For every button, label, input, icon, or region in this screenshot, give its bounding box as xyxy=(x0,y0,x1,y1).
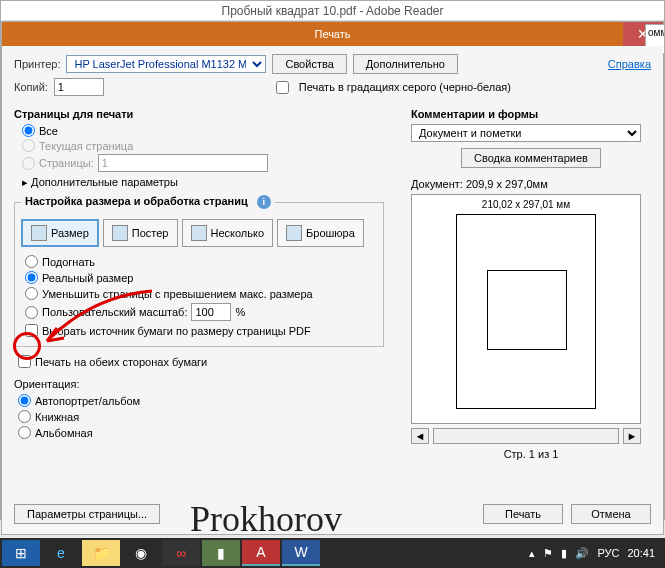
print-button[interactable]: Печать xyxy=(483,504,563,524)
grayscale-label: Печать в градациях серого (черно-белая) xyxy=(299,81,511,93)
shrink-radio[interactable] xyxy=(25,287,38,300)
sizing-fieldset: Настройка размера и обработка страниц i … xyxy=(14,195,384,347)
duplex-label: Печать на обеих сторонах бумаги xyxy=(35,356,207,368)
print-dialog: Печать ✕ омм Принтер: HP LaserJet Profes… xyxy=(1,21,664,535)
print-preview: 210,02 x 297,01 мм xyxy=(411,194,641,424)
copies-label: Копий: xyxy=(14,81,48,93)
preview-scrollbar[interactable] xyxy=(433,428,619,444)
percent-label: % xyxy=(235,306,245,318)
copies-input[interactable] xyxy=(54,78,104,96)
orient-portrait-radio[interactable] xyxy=(18,410,31,423)
size-mode-button[interactable]: Размер xyxy=(21,219,99,247)
dialog-titlebar[interactable]: Печать ✕ xyxy=(2,22,663,46)
tray-lang[interactable]: РУС xyxy=(597,547,619,559)
dialog-title-text: Печать xyxy=(314,28,350,40)
poster-mode-button[interactable]: Постер xyxy=(103,219,178,247)
preview-next-button[interactable]: ► xyxy=(623,428,641,444)
pages-current-label: Текущая страница xyxy=(39,140,133,152)
preview-content xyxy=(487,270,567,350)
paper-source-checkbox[interactable] xyxy=(25,324,38,337)
grayscale-checkbox[interactable] xyxy=(276,81,289,94)
custom-scale-label: Пользовательский масштаб: xyxy=(42,306,187,318)
help-link[interactable]: Справка xyxy=(608,58,651,70)
comments-title: Комментарии и формы xyxy=(411,108,651,120)
pages-group-title: Страницы для печати xyxy=(14,108,384,120)
help-icon[interactable]: i xyxy=(257,195,271,209)
sizing-title: Настройка размера и обработка страниц xyxy=(25,195,248,207)
summary-button[interactable]: Сводка комментариев xyxy=(461,148,601,168)
paper-source-label: Выбрать источник бумаги по размеру стран… xyxy=(42,325,311,337)
orientation-title: Ориентация: xyxy=(14,378,384,390)
taskbar-chrome-icon[interactable]: ◉ xyxy=(122,540,160,566)
preview-prev-button[interactable]: ◄ xyxy=(411,428,429,444)
tray-up-icon[interactable]: ▴ xyxy=(529,547,535,560)
multiple-mode-button[interactable]: Несколько xyxy=(182,219,274,247)
more-options-expander[interactable]: ▸ Дополнительные параметры xyxy=(22,176,384,189)
orient-auto-radio[interactable] xyxy=(18,394,31,407)
shrink-label: Уменьшить страницы с превышением макс. р… xyxy=(42,288,313,300)
properties-button[interactable]: Свойства xyxy=(272,54,346,74)
orient-portrait-label: Книжная xyxy=(35,411,79,423)
preview-page xyxy=(456,214,596,409)
system-tray[interactable]: ▴ ⚑ ▮ 🔊 РУС 20:41 xyxy=(529,547,663,560)
fit-radio[interactable] xyxy=(25,255,38,268)
taskbar-reader-icon[interactable]: A xyxy=(242,540,280,566)
tray-network-icon[interactable]: ▮ xyxy=(561,547,567,560)
doc-size-label: Документ: 209,9 x 297,0мм xyxy=(411,178,651,190)
taskbar[interactable]: ⊞ e 📁 ◉ ∞ ▮ A W ▴ ⚑ ▮ 🔊 РУС 20:41 xyxy=(0,538,665,568)
taskbar-explorer-icon[interactable]: 📁 xyxy=(82,540,120,566)
custom-scale-radio[interactable] xyxy=(25,306,38,319)
booklet-mode-button[interactable]: Брошюра xyxy=(277,219,364,247)
fit-label: Подогнать xyxy=(42,256,95,268)
advanced-button[interactable]: Дополнительно xyxy=(353,54,458,74)
taskbar-word-icon[interactable]: W xyxy=(282,540,320,566)
app-titlebar: Пробный квадрат 10.pdf - Adobe Reader xyxy=(1,1,664,21)
booklet-icon xyxy=(286,225,302,241)
multiple-icon xyxy=(191,225,207,241)
pages-current-radio xyxy=(22,139,35,152)
printer-label: Принтер: xyxy=(14,58,60,70)
actual-size-radio[interactable] xyxy=(25,271,38,284)
pages-range-input[interactable] xyxy=(98,154,268,172)
page-counter: Стр. 1 из 1 xyxy=(411,448,651,460)
taskbar-ie-icon[interactable]: e xyxy=(42,540,80,566)
size-icon xyxy=(31,225,47,241)
poster-icon xyxy=(112,225,128,241)
tray-time[interactable]: 20:41 xyxy=(627,547,655,559)
custom-scale-input[interactable] xyxy=(191,303,231,321)
orient-landscape-radio[interactable] xyxy=(18,426,31,439)
actual-size-label: Реальный размер xyxy=(42,272,133,284)
pages-all-radio[interactable] xyxy=(22,124,35,137)
comments-select[interactable]: Документ и пометки xyxy=(411,124,641,142)
cancel-button[interactable]: Отмена xyxy=(571,504,651,524)
start-button[interactable]: ⊞ xyxy=(2,540,40,566)
duplex-checkbox[interactable] xyxy=(18,355,31,368)
preview-page-size: 210,02 x 297,01 мм xyxy=(482,199,570,210)
taskbar-cc-icon[interactable]: ∞ xyxy=(162,540,200,566)
page-setup-button[interactable]: Параметры страницы... xyxy=(14,504,160,524)
pages-range-label: Страницы: xyxy=(39,157,94,169)
tray-action-icon[interactable]: ⚑ xyxy=(543,547,553,560)
orient-landscape-label: Альбомная xyxy=(35,427,93,439)
pages-all-label: Все xyxy=(39,125,58,137)
tray-volume-icon[interactable]: 🔊 xyxy=(575,547,589,560)
orient-auto-label: Автопортрет/альбом xyxy=(35,395,140,407)
pages-range-radio xyxy=(22,157,35,170)
printer-select[interactable]: HP LaserJet Professional M1132 MFP xyxy=(66,55,266,73)
taskbar-app-icon[interactable]: ▮ xyxy=(202,540,240,566)
